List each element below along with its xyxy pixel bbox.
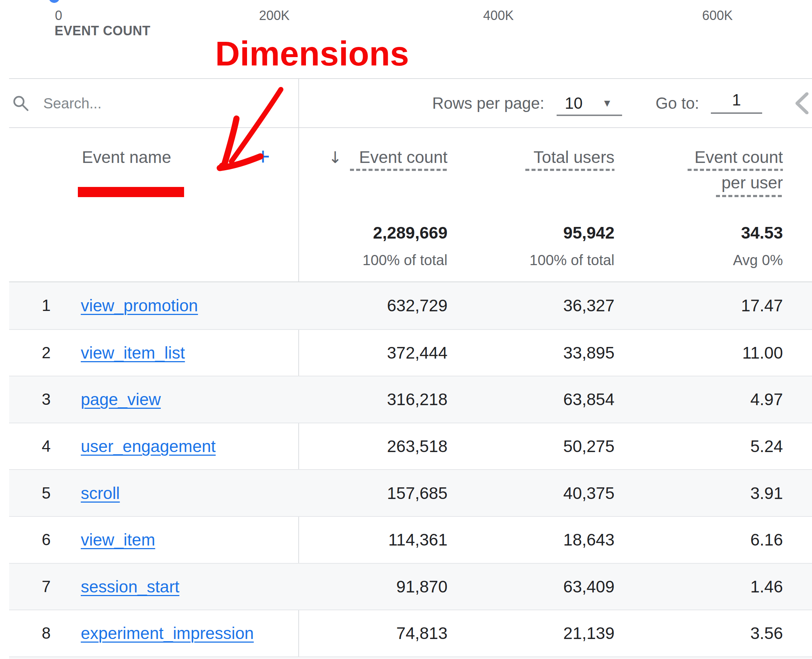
table-row: 4 user_engagement 263,518 50,275 5.24 bbox=[9, 423, 812, 470]
table-row: 6 view_item 114,361 18,643 6.16 bbox=[9, 516, 812, 563]
row-rank: 8 bbox=[35, 624, 57, 642]
chevron-left-icon[interactable] bbox=[795, 92, 809, 114]
total-users-value: 63,854 bbox=[563, 389, 615, 409]
event-count-value: 91,870 bbox=[396, 577, 448, 596]
event-count-per-user-value: 11.00 bbox=[742, 343, 783, 363]
event-count-value: 632,729 bbox=[387, 296, 448, 315]
dashed-underline-total-users bbox=[525, 169, 615, 171]
table-header: Event name + ↓ Event count Total users E… bbox=[9, 128, 812, 282]
caret-down-icon[interactable]: ▼ bbox=[602, 98, 612, 109]
totals-total-users-share: 100% of total bbox=[530, 252, 615, 268]
column-header-event-count-per-user-line1[interactable]: Event count bbox=[694, 147, 783, 167]
dimensions-annotation-label: Dimensions bbox=[215, 34, 409, 74]
table-row: 7 session_start 91,870 63,409 1.46 bbox=[9, 563, 812, 610]
event-count-value: 114,361 bbox=[388, 530, 448, 550]
dashed-underline-per-user-2 bbox=[716, 195, 783, 197]
search-icon bbox=[12, 95, 30, 112]
row-rank: 3 bbox=[35, 390, 57, 408]
chart-series-dot-icon bbox=[49, 0, 60, 3]
axis-tick-200k: 200K bbox=[259, 8, 290, 23]
ga4-events-table-screenshot: 0 200K 400K 600K EVENT COUNT Dimensions … bbox=[0, 0, 812, 659]
event-name-link[interactable]: session_start bbox=[81, 577, 179, 596]
total-users-value: 50,275 bbox=[563, 437, 615, 456]
totals-event-count-per-user: 34.53 bbox=[741, 223, 783, 243]
event-count-per-user-value: 4.97 bbox=[750, 389, 783, 409]
event-name-link[interactable]: view_item_list bbox=[81, 343, 185, 363]
column-header-total-users[interactable]: Total users bbox=[534, 147, 615, 167]
event-name-link[interactable]: user_engagement bbox=[81, 437, 216, 456]
event-count-per-user-value: 6.16 bbox=[750, 530, 783, 550]
row-rank: 1 bbox=[35, 296, 57, 315]
rows-per-page-underline bbox=[557, 115, 622, 116]
row-rank: 5 bbox=[35, 484, 57, 502]
totals-total-users: 95,942 bbox=[563, 223, 615, 243]
totals-event-count-share: 100% of total bbox=[363, 252, 448, 268]
axis-tick-400k: 400K bbox=[483, 8, 514, 23]
event-count-per-user-value: 17.47 bbox=[741, 296, 783, 315]
event-name-link[interactable]: view_promotion bbox=[81, 296, 198, 315]
annotation-underline bbox=[78, 187, 184, 197]
event-count-per-user-value: 3.56 bbox=[750, 623, 783, 643]
table-row: 8 experiment_impression 74,813 21,139 3.… bbox=[9, 610, 812, 656]
event-count-value: 372,444 bbox=[387, 343, 448, 363]
go-to-label: Go to: bbox=[656, 94, 699, 112]
column-header-event-name[interactable]: Event name bbox=[82, 147, 171, 167]
total-users-value: 18,643 bbox=[563, 530, 615, 550]
row-rank: 7 bbox=[35, 577, 57, 596]
table-row: 2 view_item_list 372,444 33,895 11.00 bbox=[9, 329, 812, 376]
search-input[interactable] bbox=[43, 95, 270, 112]
axis-title-event-count: EVENT COUNT bbox=[55, 23, 151, 39]
table-toolbar: Rows per page: 10 ▼ Go to: bbox=[9, 78, 812, 128]
add-dimension-icon[interactable]: + bbox=[250, 144, 276, 170]
event-count-value: 316,218 bbox=[387, 389, 448, 409]
row-rank: 2 bbox=[35, 344, 57, 362]
rows-per-page-value[interactable]: 10 bbox=[555, 94, 592, 112]
table-body: 1 view_promotion 632,729 36,327 17.47 2 … bbox=[9, 282, 812, 659]
table-row: 3 page_view 316,218 63,854 4.97 bbox=[9, 376, 812, 423]
event-count-value: 74,813 bbox=[396, 623, 448, 643]
table-row: 1 view_promotion 632,729 36,327 17.47 bbox=[9, 282, 812, 329]
total-users-value: 36,327 bbox=[563, 296, 615, 315]
go-to-page-input[interactable] bbox=[711, 88, 762, 114]
total-users-value: 40,375 bbox=[563, 483, 615, 503]
total-users-value: 63,409 bbox=[563, 577, 615, 596]
rows-per-page-label: Rows per page: bbox=[432, 94, 544, 112]
event-count-value: 157,685 bbox=[387, 483, 448, 503]
event-count-value: 263,518 bbox=[387, 437, 448, 456]
column-header-event-count-per-user-line2[interactable]: per user bbox=[721, 173, 783, 192]
axis-tick-600k: 600K bbox=[702, 8, 733, 23]
dashed-underline-per-user-1 bbox=[687, 169, 783, 171]
event-name-link[interactable]: page_view bbox=[81, 389, 161, 409]
sort-descending-icon: ↓ bbox=[328, 148, 342, 167]
event-count-per-user-value: 5.24 bbox=[750, 437, 783, 456]
row-rank: 6 bbox=[35, 531, 57, 549]
total-users-value: 33,895 bbox=[563, 343, 615, 363]
table-row: 5 scroll 157,685 40,375 3.91 bbox=[9, 469, 812, 516]
column-header-event-count[interactable]: Event count bbox=[359, 147, 448, 167]
dashed-underline-event-count bbox=[350, 169, 448, 171]
event-count-per-user-value: 1.46 bbox=[750, 577, 783, 596]
table-row-partial bbox=[9, 656, 812, 659]
event-count-per-user-value: 3.91 bbox=[750, 483, 783, 503]
axis-tick-0: 0 bbox=[55, 8, 62, 23]
total-users-value: 21,139 bbox=[563, 623, 615, 643]
event-name-link[interactable]: experiment_impression bbox=[81, 623, 254, 643]
event-name-link[interactable]: scroll bbox=[81, 483, 120, 503]
row-rank: 4 bbox=[35, 437, 57, 455]
totals-event-count-per-user-share: Avg 0% bbox=[733, 252, 783, 268]
totals-event-count: 2,289,669 bbox=[373, 223, 448, 243]
event-name-link[interactable]: view_item bbox=[81, 530, 155, 550]
